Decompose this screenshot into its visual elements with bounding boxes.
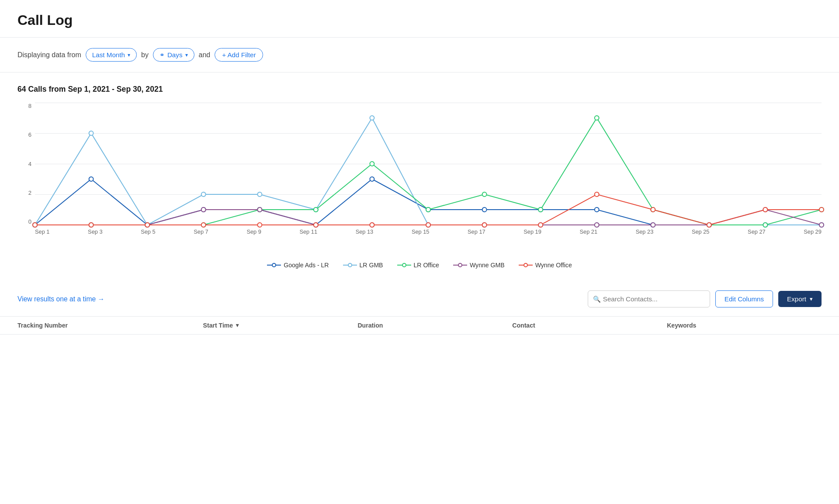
- by-label: by: [141, 51, 149, 59]
- svg-point-65: [314, 223, 318, 227]
- svg-point-67: [426, 223, 430, 227]
- col-duration-label: Duration: [357, 322, 383, 329]
- legend-line-lroffice: [397, 262, 411, 268]
- x-label-Sep-1: Sep 1: [35, 228, 49, 235]
- x-label-Sep-5: Sep 5: [141, 228, 155, 235]
- svg-point-8: [482, 207, 487, 212]
- actions-section: View results one at a time → 🔍 Edit Colu…: [0, 282, 839, 316]
- legend-wynne-office: Wynne Office: [519, 262, 572, 269]
- actions-right: 🔍 Edit Columns Export ▾: [588, 290, 822, 307]
- chart-title: 64 Calls from Sep 1, 2021 - Sep 30, 2021: [17, 85, 822, 94]
- edit-columns-button[interactable]: Edit Columns: [715, 290, 773, 307]
- svg-point-80: [402, 263, 406, 267]
- x-label-Sep-7: Sep 7: [194, 228, 208, 235]
- svg-point-36: [370, 162, 374, 166]
- export-chevron-icon: ▾: [810, 296, 813, 302]
- svg-point-56: [651, 223, 655, 227]
- add-filter-button[interactable]: + Add Filter: [215, 48, 263, 62]
- x-label-Sep-19: Sep 19: [524, 228, 541, 235]
- svg-point-63: [201, 223, 206, 227]
- chart-legend: Google Ads - LR LR GMB LR Office: [17, 262, 822, 269]
- svg-point-19: [257, 192, 262, 197]
- search-wrapper: 🔍: [588, 290, 710, 307]
- page-title: Call Log: [17, 12, 822, 28]
- filter-section: Displaying data from Last Month ▾ by ⚭ D…: [0, 38, 839, 72]
- x-axis: Sep 1Sep 3Sep 5Sep 7Sep 9Sep 11Sep 13Sep…: [17, 225, 822, 235]
- svg-point-64: [257, 223, 262, 227]
- svg-point-69: [538, 223, 543, 227]
- legend-google-ads: Google Ads - LR: [267, 262, 329, 269]
- chevron-down-icon-2: ▾: [185, 52, 188, 58]
- y-label-8: 8: [28, 103, 31, 109]
- legend-label-wynnegmb: Wynne GMB: [470, 262, 505, 269]
- svg-point-76: [272, 263, 276, 267]
- chevron-down-icon: ▾: [128, 52, 130, 58]
- legend-line-wynnegmb: [453, 262, 467, 268]
- date-range-label: Last Month: [92, 51, 125, 59]
- header-section: Call Log: [0, 0, 839, 38]
- y-label-0: 0: [28, 218, 31, 225]
- add-filter-label: + Add Filter: [222, 51, 256, 59]
- svg-point-68: [482, 223, 487, 227]
- y-label-6: 6: [28, 131, 31, 138]
- chart-section: 64 Calls from Sep 1, 2021 - Sep 30, 2021…: [0, 72, 839, 273]
- legend-line-lrgmb: [343, 262, 357, 268]
- svg-point-66: [370, 223, 374, 227]
- x-label-Sep-3: Sep 3: [88, 228, 102, 235]
- date-range-filter[interactable]: Last Month ▾: [86, 48, 137, 62]
- search-icon: 🔍: [593, 295, 601, 303]
- edit-columns-label: Edit Columns: [725, 295, 764, 303]
- search-contacts-input[interactable]: [588, 290, 710, 307]
- x-label-Sep-21: Sep 21: [579, 228, 597, 235]
- svg-point-48: [201, 207, 206, 212]
- grouping-filter[interactable]: ⚭ Days ▾: [153, 48, 194, 62]
- svg-point-49: [257, 207, 262, 212]
- svg-point-71: [651, 207, 655, 212]
- col-start-time-label: Start Time: [203, 322, 233, 329]
- chart-area: 8 6 4 2 0: [17, 103, 822, 225]
- connector-label: and: [199, 51, 211, 59]
- svg-point-59: [819, 223, 824, 227]
- svg-point-61: [89, 223, 94, 227]
- svg-point-73: [763, 207, 767, 212]
- legend-label-wynneoffice: Wynne Office: [535, 262, 572, 269]
- col-contact: Contact: [512, 322, 667, 329]
- grouping-label: Days: [167, 51, 183, 59]
- filter-prefix: Displaying data from: [17, 51, 81, 59]
- svg-point-10: [595, 207, 599, 212]
- svg-point-82: [458, 263, 462, 267]
- x-label-Sep-9: Sep 9: [246, 228, 261, 235]
- svg-point-62: [145, 223, 149, 227]
- x-label-Sep-23: Sep 23: [636, 228, 654, 235]
- svg-point-60: [33, 223, 37, 227]
- export-button[interactable]: Export ▾: [778, 291, 822, 307]
- legend-label-lrgmb: LR GMB: [360, 262, 383, 269]
- svg-point-40: [595, 116, 599, 120]
- y-axis: 8 6 4 2 0: [17, 103, 35, 225]
- svg-point-35: [314, 207, 318, 212]
- svg-point-16: [89, 131, 94, 135]
- legend-lr-office: LR Office: [397, 262, 439, 269]
- legend-line-google: [267, 262, 281, 268]
- x-label-Sep-11: Sep 11: [299, 228, 317, 235]
- svg-point-70: [595, 192, 599, 197]
- col-keywords: Keywords: [667, 322, 822, 329]
- legend-label-google: Google Ads - LR: [284, 262, 329, 269]
- col-keywords-label: Keywords: [667, 322, 696, 329]
- view-results-link[interactable]: View results one at a time →: [17, 295, 104, 303]
- svg-point-38: [482, 192, 487, 197]
- export-label: Export: [787, 295, 806, 303]
- svg-point-74: [819, 207, 824, 212]
- svg-point-37: [426, 207, 430, 212]
- sort-icon: ▼: [235, 322, 240, 328]
- view-results-label: View results one at a time →: [17, 295, 104, 303]
- chart-svg: [35, 103, 822, 225]
- legend-line-wynneoffice: [519, 262, 533, 268]
- svg-point-6: [370, 177, 374, 181]
- legend-wynne-gmb: Wynne GMB: [453, 262, 505, 269]
- table-header: Tracking Number Start Time ▼ Duration Co…: [0, 316, 839, 335]
- svg-point-78: [348, 263, 352, 267]
- col-start-time[interactable]: Start Time ▼: [203, 322, 358, 329]
- chart-inner: [35, 103, 822, 225]
- svg-point-21: [370, 116, 374, 120]
